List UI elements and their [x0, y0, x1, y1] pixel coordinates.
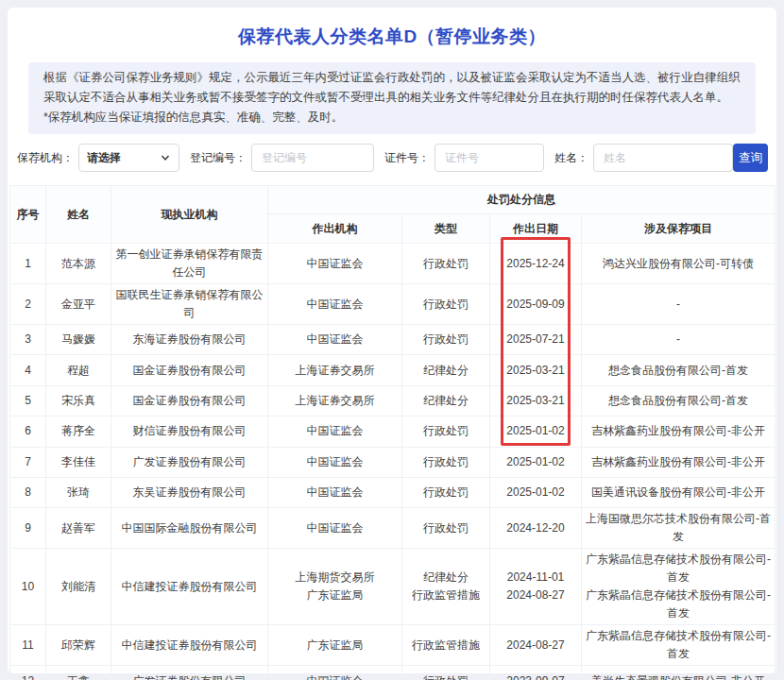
- name-input[interactable]: [593, 144, 733, 172]
- search-button[interactable]: 查询: [733, 144, 768, 172]
- table-row: 10 刘能清 中信建投证券股份有限公司 上海期货交易所 广东证监局 纪律处分 行…: [10, 549, 775, 625]
- content-card: 保荐代表人分类名单D（暂停业务类） 根据《证券公司保荐业务规则》规定，公示最近三…: [8, 8, 776, 673]
- cell-org: 第一创业证券承销保荐有限责任公司: [111, 244, 268, 284]
- cell-seq: 8: [10, 477, 46, 507]
- cell-org: 东海证券股份有限公司: [111, 325, 268, 355]
- cell-project: 鸿达兴业股份有限公司-可转债: [582, 244, 775, 284]
- results-table: 序号 姓名 现执业机构 处罚处分信息 作出机构 类型 作出日期 涉及保荐项目 1…: [9, 185, 775, 680]
- cell-authority: 中国证监会: [268, 325, 402, 355]
- cell-date: 2025-09-09: [490, 284, 582, 325]
- cell-name: 蒋序全: [46, 416, 111, 447]
- cell-name: 宋乐真: [46, 385, 111, 416]
- reg-no-label: 登记编号：: [190, 150, 247, 166]
- cell-type: 纪律处分: [402, 355, 490, 385]
- cell-org: 财信证券股份有限公司: [111, 416, 268, 447]
- cell-seq: 12: [10, 666, 46, 680]
- cell-seq: 7: [10, 447, 46, 477]
- cell-type: 行政监管措施: [402, 625, 490, 666]
- cell-seq: 11: [10, 625, 46, 666]
- table-row: 3 马媛媛 东海证券股份有限公司 中国证监会 行政处罚 2025-07-21 -: [10, 325, 775, 355]
- cell-authority: 中国证监会: [268, 508, 402, 549]
- cell-seq: 5: [10, 385, 46, 416]
- cell-name: 李佳佳: [46, 447, 111, 477]
- cell-type: 行政处罚: [402, 416, 490, 447]
- cell-org: 国金证券股份有限公司: [111, 355, 268, 385]
- cell-authority: 中国证监会: [268, 477, 402, 507]
- cell-authority: 上海证券交易所: [268, 355, 402, 385]
- cell-project: -: [582, 284, 775, 325]
- cell-seq: 10: [10, 549, 46, 625]
- cell-seq: 9: [10, 508, 46, 549]
- cell-authority: 中国证监会: [268, 284, 402, 325]
- header-penalty-group: 处罚处分信息: [268, 186, 775, 214]
- cell-project: 美尚生态景观股份有限公司-非公开: [582, 666, 775, 680]
- cell-authority: 上海证券交易所: [268, 385, 402, 416]
- cell-date: 2025-03-21: [490, 355, 582, 385]
- cell-type: 纪律处分: [402, 385, 490, 416]
- cell-project: 想念食品股份有限公司-首发: [582, 355, 775, 385]
- cell-name: 马媛媛: [46, 325, 111, 355]
- cell-seq: 2: [10, 284, 46, 325]
- cell-name: 王鑫: [46, 666, 111, 680]
- cert-no-input[interactable]: [435, 144, 544, 172]
- cell-date: 2025-12-24: [490, 244, 582, 284]
- name-label: 姓名：: [554, 150, 588, 166]
- cell-date: 2024-11-01 2024-08-27: [490, 549, 582, 625]
- table-row: 6 蒋序全 财信证券股份有限公司 中国证监会 行政处罚 2025-01-02 吉…: [10, 416, 775, 447]
- results-table-wrap: 序号 姓名 现执业机构 处罚处分信息 作出机构 类型 作出日期 涉及保荐项目 1…: [9, 185, 775, 680]
- cell-org: 中国国际金融股份有限公司: [111, 508, 268, 549]
- cell-project: -: [582, 325, 775, 355]
- header-seq: 序号: [10, 186, 46, 244]
- table-row: 5 宋乐真 国金证券股份有限公司 上海证券交易所 纪律处分 2025-03-21…: [10, 385, 775, 416]
- cell-seq: 4: [10, 355, 46, 385]
- cell-date: 2023-09-07: [490, 666, 582, 680]
- page-title: 保荐代表人分类名单D（暂停业务类）: [8, 25, 776, 49]
- cell-name: 邱荣辉: [46, 625, 111, 666]
- cell-type: 行政处罚: [402, 508, 490, 549]
- cell-org: 国金证券股份有限公司: [111, 385, 268, 416]
- table-row: 12 王鑫 广发证券股份有限公司 中国证监会 行政处罚 2023-09-07 美…: [10, 666, 775, 680]
- cell-type: 行政处罚: [402, 666, 490, 680]
- table-row: 11 邱荣辉 中信建投证券股份有限公司 广东证监局 行政监管措施 2024-08…: [10, 625, 775, 666]
- cell-date: 2025-01-02: [490, 416, 582, 447]
- notice-box: 根据《证券公司保荐业务规则》规定，公示最近三年内受过证监会行政处罚的，以及被证监…: [28, 62, 756, 134]
- cell-seq: 1: [10, 244, 46, 284]
- cell-project: 吉林紫鑫药业股份有限公司-非公开: [582, 416, 775, 447]
- reg-no-input[interactable]: [251, 144, 374, 172]
- cert-no-label: 证件号：: [384, 150, 430, 166]
- cell-org: 广发证券股份有限公司: [111, 666, 268, 680]
- header-date: 作出日期: [490, 214, 582, 244]
- filter-bar: 保荐机构： 请选择 登记编号： 证件号： 姓名： 查询: [17, 144, 768, 172]
- cell-project: 国美通讯设备股份有限公司-非公开: [582, 477, 775, 507]
- institution-select[interactable]: 请选择: [78, 144, 179, 172]
- cell-type: 行政处罚: [402, 477, 490, 507]
- cell-org: 东吴证券股份有限公司: [111, 477, 268, 507]
- cell-project: 广东紫晶信息存储技术股份有限公司-首发 广东紫晶信息存储技术股份有限公司-首发: [582, 549, 775, 625]
- cell-authority: 中国证监会: [268, 244, 402, 284]
- table-row: 9 赵善军 中国国际金融股份有限公司 中国证监会 行政处罚 2024-12-20…: [10, 508, 775, 549]
- cell-date: 2025-07-21: [490, 325, 582, 355]
- cell-org: 中信建投证券股份有限公司: [111, 625, 268, 666]
- cell-name: 范本源: [46, 244, 111, 284]
- cell-type: 行政处罚: [402, 284, 490, 325]
- header-org: 现执业机构: [111, 186, 268, 244]
- cell-authority: 中国证监会: [268, 416, 402, 447]
- cell-name: 张琦: [46, 477, 111, 507]
- header-type: 类型: [402, 214, 490, 244]
- cell-date: 2025-03-21: [490, 385, 582, 416]
- cell-name: 程超: [46, 355, 111, 385]
- cell-seq: 6: [10, 416, 46, 447]
- notice-note: *保荐机构应当保证填报的信息真实、准确、完整、及时。: [43, 108, 741, 128]
- cell-date: 2024-12-20: [490, 508, 582, 549]
- cell-name: 金亚平: [46, 284, 111, 325]
- table-row: 4 程超 国金证券股份有限公司 上海证券交易所 纪律处分 2025-03-21 …: [10, 355, 775, 385]
- cell-date: 2025-01-02: [490, 477, 582, 507]
- cell-seq: 3: [10, 325, 46, 355]
- cell-authority: 中国证监会: [268, 666, 402, 680]
- table-row: 7 李佳佳 广发证券股份有限公司 中国证监会 行政处罚 2025-01-02 吉…: [10, 447, 775, 477]
- cell-org: 广发证券股份有限公司: [111, 447, 268, 477]
- header-project: 涉及保荐项目: [582, 214, 775, 244]
- chevron-down-icon: [160, 152, 171, 163]
- cell-org: 国联民生证券承销保荐有限公司: [111, 284, 268, 325]
- cell-project: 想念食品股份有限公司-首发: [582, 385, 775, 416]
